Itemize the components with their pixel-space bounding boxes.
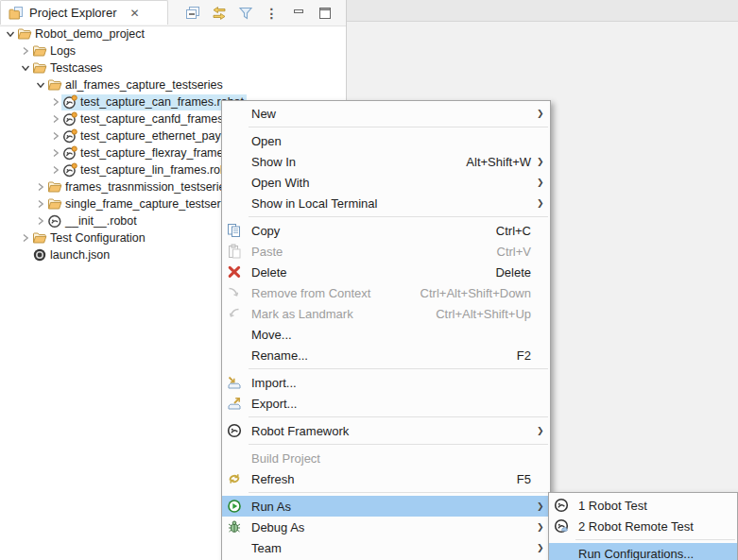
chevron-right-icon[interactable] <box>19 46 31 56</box>
copy-icon <box>227 223 251 238</box>
robot-file-icon <box>47 213 62 229</box>
project-explorer-icon <box>9 6 24 21</box>
tree-item-testcases[interactable]: Testcases <box>0 59 346 76</box>
context-menu: New ❯ Open Show InAlt+Shift+W ❯ Open Wit… <box>221 100 551 560</box>
remove-from-context-icon <box>227 285 251 300</box>
export-icon <box>227 396 251 411</box>
robot-remote-icon <box>554 518 578 534</box>
view-toolbar: ⋮ <box>182 2 335 25</box>
minimize-icon[interactable] <box>288 4 308 24</box>
menu-item-copy[interactable]: CopyCtrl+C <box>222 220 550 241</box>
menu-separator <box>249 216 548 217</box>
chevron-right-icon[interactable] <box>34 182 46 192</box>
chevron-right-icon[interactable] <box>49 148 61 158</box>
submenu-arrow-icon: ❯ <box>537 178 550 187</box>
tree-item-label: all_frames_capture_testseries <box>65 78 223 92</box>
menu-item-remove-from-context[interactable]: Remove from ContextCtrl+Alt+Shift+Down <box>222 282 550 303</box>
view-tabbar: Project Explorer ✕ ⋮ <box>0 0 346 26</box>
menu-separator <box>249 492 548 493</box>
folder-icon <box>32 230 47 246</box>
chevron-right-icon[interactable] <box>49 131 61 141</box>
tab-title: Project Explorer <box>29 6 116 20</box>
json-file-icon <box>32 247 47 263</box>
tree-item-logs[interactable]: Logs <box>0 42 346 59</box>
menu-item-mark-as-landmark[interactable]: Mark as LandmarkCtrl+Alt+Shift+Up <box>222 303 550 324</box>
close-icon[interactable]: ✕ <box>129 7 139 20</box>
tree-item-label: Logs <box>50 44 76 58</box>
chevron-right-icon[interactable] <box>49 165 61 175</box>
submenu-item-run-configurations[interactable]: Run Configurations... <box>549 543 737 560</box>
chevron-right-icon[interactable] <box>34 199 46 209</box>
tree-item-label: single_frame_capture_testseries <box>65 197 236 211</box>
paste-icon <box>227 244 251 259</box>
menu-item-rename[interactable]: Rename...F2 <box>222 345 550 365</box>
menu-item-export[interactable]: Export... <box>222 393 550 414</box>
robot-framework-icon <box>554 498 578 513</box>
folder-icon <box>47 196 62 212</box>
menu-item-new[interactable]: New ❯ <box>222 103 550 124</box>
submenu-arrow-icon: ❯ <box>537 198 550 208</box>
menu-item-debug-as[interactable]: Debug As ❯ <box>222 517 550 537</box>
view-menu-icon[interactable]: ⋮ <box>262 4 282 24</box>
submenu-item-robot-test[interactable]: 1 Robot Test <box>549 495 737 516</box>
robot-file-icon <box>62 128 77 144</box>
link-with-editor-icon[interactable] <box>209 4 229 24</box>
tree-item-label: Test Configuration <box>50 231 146 245</box>
folder-icon <box>32 43 47 59</box>
run-icon <box>227 499 251 514</box>
menu-item-show-in[interactable]: Show InAlt+Shift+W ❯ <box>222 151 550 172</box>
folder-icon <box>47 77 62 93</box>
editor-tab-strip <box>347 0 738 22</box>
submenu-arrow-icon: ❯ <box>537 426 550 435</box>
menu-separator <box>249 416 548 417</box>
menu-item-move[interactable]: Move... <box>222 324 550 345</box>
mark-as-landmark-icon <box>227 306 251 321</box>
tab-project-explorer[interactable]: Project Explorer ✕ <box>0 0 168 25</box>
menu-item-open[interactable]: Open <box>222 130 550 151</box>
tree-item-label: launch.json <box>50 248 110 262</box>
robot-file-icon <box>62 145 77 161</box>
delete-icon <box>227 264 251 280</box>
submenu-item-robot-remote-test[interactable]: 2 Robot Remote Test <box>549 516 737 536</box>
submenu-arrow-icon: ❯ <box>537 109 550 118</box>
chevron-down-icon[interactable] <box>4 29 16 39</box>
chevron-right-icon[interactable] <box>34 216 46 226</box>
robot-framework-icon <box>227 423 251 438</box>
menu-item-build-project[interactable]: Build Project <box>222 448 550 468</box>
eclipse-window: Project Explorer ✕ ⋮ <box>0 0 738 560</box>
menu-item-run-as[interactable]: Run As ❯ <box>222 496 550 517</box>
tree-item-all-frames-folder[interactable]: all_frames_capture_testseries <box>0 76 346 93</box>
folder-icon <box>17 26 32 42</box>
tree-item-label: __init__.robot <box>65 214 137 228</box>
tree-item-project[interactable]: Robot_demo_project <box>0 25 346 42</box>
menu-item-refresh[interactable]: RefreshF5 <box>222 468 550 489</box>
menu-item-robot-framework[interactable]: Robot Framework ❯ <box>222 420 550 441</box>
chevron-right-icon[interactable] <box>49 97 61 107</box>
debug-icon <box>227 519 251 535</box>
submenu-arrow-icon: ❯ <box>537 157 550 166</box>
filter-icon[interactable] <box>235 4 255 24</box>
robot-file-icon <box>62 94 77 110</box>
menu-separator <box>249 127 548 127</box>
chevron-down-icon[interactable] <box>34 80 46 90</box>
tree-item-label: frames_trasnmission_testseries <box>65 180 232 194</box>
menu-item-import[interactable]: Import... <box>222 372 550 393</box>
menu-separator <box>249 444 548 445</box>
tree-item-label: Robot_demo_project <box>35 27 145 41</box>
menu-item-paste[interactable]: PasteCtrl+V <box>222 241 550 262</box>
run-as-submenu: 1 Robot Test 2 Robot Remote Test Run Con… <box>548 492 738 560</box>
menu-item-delete[interactable]: DeleteDelete <box>222 262 550 282</box>
chevron-down-icon[interactable] <box>19 63 31 73</box>
chevron-right-icon[interactable] <box>19 233 31 243</box>
menu-separator <box>575 539 735 540</box>
collapse-all-icon[interactable] <box>182 4 202 24</box>
menu-item-show-in-local-terminal[interactable]: Show in Local Terminal ❯ <box>222 193 550 213</box>
tree-item-label: Testcases <box>50 61 103 75</box>
robot-file-icon <box>62 111 77 127</box>
maximize-icon[interactable] <box>315 4 335 24</box>
chevron-right-icon[interactable] <box>49 114 61 124</box>
menu-item-open-with[interactable]: Open With ❯ <box>222 172 550 193</box>
import-icon <box>227 375 251 390</box>
menu-item-team[interactable]: Team ❯ <box>222 537 550 558</box>
tree-item-label: test_capture_can_frames.robot <box>80 95 244 109</box>
